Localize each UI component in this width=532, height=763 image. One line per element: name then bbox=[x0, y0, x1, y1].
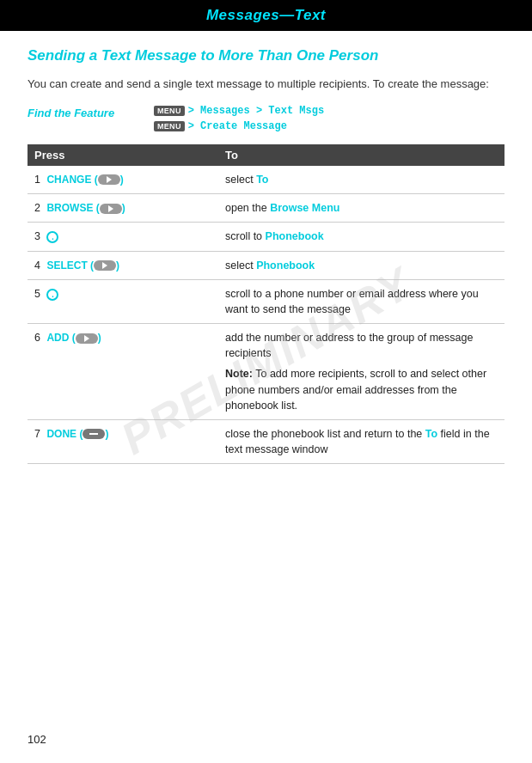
menu-badge-1: MENU bbox=[154, 106, 185, 116]
menu-path-1: > Messages > Text Msgs bbox=[188, 105, 324, 117]
page-number: 102 bbox=[28, 733, 46, 746]
table-row: 6 ADD () add the number or address to th… bbox=[28, 324, 504, 420]
table-row: 1 CHANGE () select To bbox=[28, 166, 504, 194]
find-feature-label: Find the Feature bbox=[28, 105, 144, 119]
done-button-icon bbox=[83, 429, 105, 439]
action-cell: scroll to a phone number or email addres… bbox=[218, 279, 504, 323]
action-cell: select Phonebook bbox=[218, 251, 504, 279]
joystick-icon bbox=[46, 231, 58, 243]
press-cell: 3 bbox=[28, 223, 218, 251]
col-press: Press bbox=[28, 144, 218, 166]
section-title: Sending a Text Message to More Than One … bbox=[28, 46, 504, 65]
press-cell: 6 ADD () bbox=[28, 324, 218, 420]
press-cell: 5 bbox=[28, 279, 218, 323]
page-title: Messages—Text bbox=[0, 7, 532, 24]
table-row: 3 scroll to Phonebook bbox=[28, 223, 504, 251]
menu-path-2: > Create Message bbox=[188, 120, 287, 132]
action-cell: close the phonebook list and return to t… bbox=[218, 419, 504, 463]
press-cell: 7 DONE () bbox=[28, 419, 218, 463]
joystick-icon bbox=[46, 289, 58, 301]
nav-button-icon bbox=[94, 260, 116, 271]
action-cell: add the number or address to the group o… bbox=[218, 324, 504, 420]
nav-button-icon bbox=[100, 204, 122, 214]
find-feature-box: Find the Feature MENU > Messages > Text … bbox=[28, 105, 504, 132]
nav-button-icon bbox=[76, 333, 98, 344]
page-header: Messages—Text bbox=[0, 0, 532, 31]
menu-step-2: MENU > Create Message bbox=[154, 120, 324, 132]
note-text: Note: To add more recipients, scroll to … bbox=[225, 366, 498, 412]
action-cell: select To bbox=[218, 166, 504, 194]
table-row: 7 DONE () close the phonebook list and r… bbox=[28, 419, 504, 463]
menu-badge-2: MENU bbox=[154, 121, 185, 131]
table-row: 4 SELECT () select Phonebook bbox=[28, 251, 504, 279]
table-row: 2 BROWSE () open the Browse Menu bbox=[28, 193, 504, 222]
col-to: To bbox=[218, 144, 504, 166]
intro-text: You can create and send a single text me… bbox=[28, 76, 504, 93]
press-table: Press To 1 CHANGE () select To 2 BROWSE … bbox=[28, 144, 504, 464]
find-feature-steps: MENU > Messages > Text Msgs MENU > Creat… bbox=[154, 105, 324, 132]
action-cell: scroll to Phonebook bbox=[218, 223, 504, 251]
press-cell: 4 SELECT () bbox=[28, 251, 218, 279]
table-header-row: Press To bbox=[28, 144, 504, 166]
press-cell: 1 CHANGE () bbox=[28, 166, 218, 194]
press-cell: 2 BROWSE () bbox=[28, 193, 218, 222]
nav-button-icon bbox=[98, 174, 120, 185]
action-cell: open the Browse Menu bbox=[218, 193, 504, 222]
menu-step-1: MENU > Messages > Text Msgs bbox=[154, 105, 324, 117]
table-row: 5 scroll to a phone number or email addr… bbox=[28, 279, 504, 323]
